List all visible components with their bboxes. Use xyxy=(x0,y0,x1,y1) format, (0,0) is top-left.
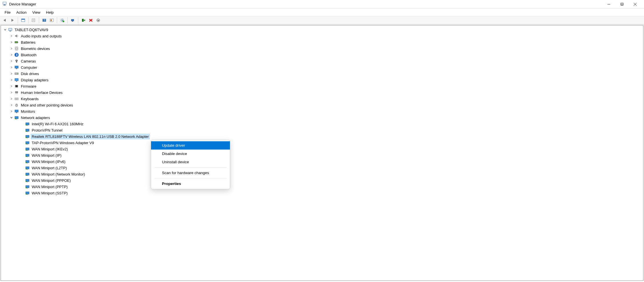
context-menu-item[interactable]: Uninstall device xyxy=(151,158,230,166)
scan-hardware-button[interactable] xyxy=(69,17,76,23)
svg-rect-2 xyxy=(3,5,6,5)
svg-point-20 xyxy=(62,20,63,21)
tree-category[interactable]: Audio inputs and outputs xyxy=(1,33,643,39)
network-device-icon xyxy=(25,147,30,151)
tree-item-label: Cameras xyxy=(20,59,37,64)
tree-device[interactable]: WAN Miniport (L2TP) xyxy=(1,165,643,171)
tree-item-label: Intel(R) Wi-Fi 6 AX201 160MHz xyxy=(31,122,84,126)
chevron-right-icon[interactable] xyxy=(9,109,13,113)
bluetooth-icon xyxy=(14,53,19,57)
svg-rect-22 xyxy=(71,19,74,21)
svg-rect-55 xyxy=(15,98,18,100)
maximize-button[interactable] xyxy=(615,0,629,9)
minimize-button[interactable] xyxy=(602,0,615,9)
chevron-down-icon[interactable] xyxy=(9,116,13,120)
close-button[interactable] xyxy=(629,0,642,9)
display-icon xyxy=(14,78,19,82)
chevron-right-icon[interactable] xyxy=(9,59,13,63)
chevron-right-icon[interactable] xyxy=(9,47,13,51)
tree-category[interactable]: Human Interface Devices xyxy=(1,89,643,96)
svg-text:?: ? xyxy=(43,19,45,22)
menu-action[interactable]: Action xyxy=(13,9,29,15)
tree-item-label: WAN Miniport (Network Monitor) xyxy=(31,172,86,177)
fingerprint-icon xyxy=(14,46,19,51)
tree-device[interactable]: WAN Miniport (PPPOE) xyxy=(1,177,643,184)
tree-item-label: Realtek RTL8188FTV Wireless LAN 802.11n … xyxy=(31,134,149,139)
svg-point-44 xyxy=(17,73,18,74)
update-driver-button[interactable] xyxy=(59,17,66,23)
tree-device[interactable]: Intel(R) Wi-Fi 6 AX201 160MHz xyxy=(1,121,643,127)
tree-category[interactable]: Computer xyxy=(1,64,643,70)
tree-item-label: Network adapters xyxy=(20,115,51,120)
toolbar: ? xyxy=(0,16,644,25)
tree-device[interactable]: TAP-ProtonVPN Windows Adapter V9 xyxy=(1,140,643,146)
menu-file[interactable]: File xyxy=(2,9,13,15)
svg-point-96 xyxy=(26,181,27,182)
menu-help[interactable]: Help xyxy=(43,9,57,15)
chevron-right-icon[interactable] xyxy=(9,90,13,94)
svg-point-99 xyxy=(26,187,27,188)
chevron-right-icon[interactable] xyxy=(9,72,13,76)
chevron-right-icon[interactable] xyxy=(9,40,13,44)
tree-device[interactable]: WAN Miniport (SSTP) xyxy=(1,190,643,196)
tree-device[interactable]: WAN Miniport (IPv6) xyxy=(1,158,643,165)
svg-rect-71 xyxy=(27,132,28,132)
back-button[interactable] xyxy=(2,17,9,23)
more-button[interactable] xyxy=(95,17,102,23)
tree-device[interactable]: WAN Miniport (PPTP) xyxy=(1,184,643,190)
svg-point-93 xyxy=(26,175,27,176)
action-center-button[interactable] xyxy=(48,17,55,23)
forward-button[interactable] xyxy=(9,17,16,23)
help-button[interactable]: ? xyxy=(41,17,48,23)
context-menu-item[interactable]: Scan for hardware changes xyxy=(151,169,230,177)
chevron-right-icon[interactable] xyxy=(9,34,13,38)
enable-device-button[interactable] xyxy=(80,17,87,23)
tree-category[interactable]: Batteries xyxy=(1,39,643,45)
tree-device[interactable]: Realtek RTL8188FTV Wireless LAN 802.11n … xyxy=(1,133,643,140)
app-icon xyxy=(2,1,7,7)
tree-device[interactable]: WAN Miniport (IP) xyxy=(1,152,643,158)
tree-device[interactable]: WAN Miniport (Network Monitor) xyxy=(1,171,643,177)
svg-rect-95 xyxy=(27,182,28,182)
menu-view[interactable]: View xyxy=(29,9,43,15)
chevron-right-icon[interactable] xyxy=(9,78,13,82)
tree-item-label: Human Interface Devices xyxy=(20,90,63,95)
context-menu: Update driverDisable deviceUninstall dev… xyxy=(151,140,230,189)
chevron-right-icon[interactable] xyxy=(9,84,13,88)
tree-category[interactable]: Bluetooth xyxy=(1,52,643,58)
tree-item-label: WAN Miniport (IKEv2) xyxy=(31,147,69,152)
network-device-icon xyxy=(25,134,30,139)
show-hidden-button[interactable] xyxy=(20,17,27,23)
device-tree[interactable]: TABLET-DQ6TVAV9Audio inputs and outputsB… xyxy=(1,25,643,281)
context-menu-item[interactable]: Properties xyxy=(151,180,230,188)
properties-button[interactable] xyxy=(30,17,37,23)
chevron-right-icon[interactable] xyxy=(9,103,13,107)
chevron-right-icon[interactable] xyxy=(9,97,13,101)
svg-rect-59 xyxy=(16,99,17,99)
tree-category[interactable]: Disk drives xyxy=(1,70,643,77)
svg-rect-63 xyxy=(16,112,17,113)
tree-device[interactable]: ProtonVPN Tunnel xyxy=(1,127,643,133)
svg-point-102 xyxy=(26,194,27,195)
battery-icon xyxy=(14,40,19,45)
tree-category[interactable]: Network adapters xyxy=(1,114,643,121)
tree-root[interactable]: TABLET-DQ6TVAV9 xyxy=(1,27,643,33)
chevron-down-icon[interactable] xyxy=(3,28,7,32)
uninstall-button[interactable] xyxy=(87,17,94,23)
tree-category[interactable]: Monitors xyxy=(1,108,643,114)
chevron-right-icon[interactable] xyxy=(9,53,13,57)
tree-category[interactable]: Cameras xyxy=(1,58,643,64)
context-menu-item[interactable]: Disable device xyxy=(151,150,230,158)
svg-rect-98 xyxy=(27,188,28,188)
tree-device[interactable]: WAN Miniport (IKEv2) xyxy=(1,146,643,152)
tree-item-label: Computer xyxy=(20,65,38,70)
tree-category[interactable]: Keyboards xyxy=(1,96,643,102)
svg-point-78 xyxy=(26,143,27,144)
tree-category[interactable]: Firmware xyxy=(1,83,643,89)
tree-category[interactable]: Biometric devices xyxy=(1,45,643,52)
tree-category[interactable]: Display adapters xyxy=(1,77,643,83)
chevron-right-icon[interactable] xyxy=(9,65,13,69)
context-menu-item[interactable]: Update driver xyxy=(151,141,230,150)
tree-category[interactable]: Mice and other pointing devices xyxy=(1,102,643,108)
svg-rect-89 xyxy=(27,169,28,170)
